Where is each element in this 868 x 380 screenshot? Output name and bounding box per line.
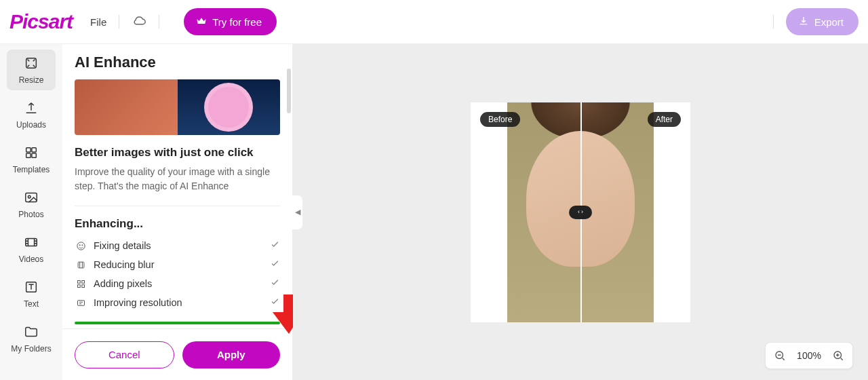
cancel-button[interactable]: Cancel xyxy=(75,341,174,368)
svg-rect-7 xyxy=(26,238,37,246)
nav-label: Resize xyxy=(19,75,44,85)
svg-rect-14 xyxy=(81,280,84,283)
panel-headline: Better images with just one click xyxy=(75,146,280,159)
list-item: Improving resolution xyxy=(75,293,280,312)
zoom-value[interactable]: 100% xyxy=(795,350,823,361)
svg-rect-15 xyxy=(77,284,80,287)
panel-footer: Cancel Apply xyxy=(62,328,292,380)
nav-item-my-folders[interactable]: My Folders xyxy=(7,318,56,359)
export-button[interactable]: Export xyxy=(786,8,859,35)
compare-stage: Before After ‹ › xyxy=(471,102,690,322)
compare-slider-handle[interactable]: ‹ › xyxy=(569,206,592,219)
nav-label: My Folders xyxy=(11,344,51,354)
svg-rect-1 xyxy=(26,147,31,151)
nav-item-resize[interactable]: Resize xyxy=(7,50,56,90)
svg-point-6 xyxy=(28,195,31,198)
nav-item-uploads[interactable]: Uploads xyxy=(7,94,56,135)
chevron-left-icon: ◀ xyxy=(295,208,300,216)
divider xyxy=(773,15,774,28)
folders-icon xyxy=(24,324,39,341)
check-icon xyxy=(270,259,280,271)
divider xyxy=(75,206,280,206)
nav-label: Videos xyxy=(19,254,43,264)
panel-description: Improve the quality of your image with a… xyxy=(75,165,280,193)
after-badge: After xyxy=(648,112,681,127)
resize-icon xyxy=(24,56,39,73)
nav-label: Uploads xyxy=(16,120,46,130)
nav-label: Photos xyxy=(18,210,43,219)
topbar: Picsart File Try for free Export xyxy=(0,0,868,44)
ai-enhance-panel: AI Enhance Better images with just one c… xyxy=(62,44,293,380)
progress-bar xyxy=(75,322,280,324)
before-badge: Before xyxy=(480,112,520,127)
logo[interactable]: Picsart xyxy=(9,10,73,33)
list-item: Reducing blur xyxy=(75,255,280,274)
check-icon xyxy=(270,240,280,252)
zoom-toolbar: 100% xyxy=(765,342,853,369)
nav-item-photos[interactable]: Photos xyxy=(7,184,56,225)
list-item-label: Reducing blur xyxy=(94,259,154,270)
svg-rect-3 xyxy=(26,153,31,157)
panel-title: AI Enhance xyxy=(75,54,280,71)
enhancing-heading: Enhancing... xyxy=(75,217,280,231)
list-item: Fixing details xyxy=(75,236,280,255)
nav-item-templates[interactable]: Templates xyxy=(7,139,56,180)
chevron-left-icon: ‹ xyxy=(578,209,580,215)
templates-icon xyxy=(24,145,39,162)
list-item: Adding pixels xyxy=(75,274,280,293)
file-menu[interactable]: File xyxy=(90,16,106,28)
blur-icon xyxy=(75,260,87,270)
svg-point-9 xyxy=(77,242,84,249)
list-item-label: Improving resolution xyxy=(94,297,182,308)
divider xyxy=(159,15,159,28)
upload-icon xyxy=(24,100,39,117)
panel-scrollbar[interactable] xyxy=(287,69,291,113)
check-icon xyxy=(270,297,280,309)
panel-hero-image xyxy=(75,79,280,135)
collapse-panel-handle[interactable]: ◀ xyxy=(292,195,303,230)
crown-icon xyxy=(196,16,207,28)
photos-icon xyxy=(24,190,39,207)
zoom-in-button[interactable] xyxy=(832,349,844,362)
nav-item-text[interactable]: Text xyxy=(7,273,56,314)
left-nav: Resize Uploads Templates Photos Videos T… xyxy=(0,44,62,380)
apply-button[interactable]: Apply xyxy=(182,341,281,368)
face-icon xyxy=(75,241,87,251)
list-item-label: Fixing details xyxy=(94,240,151,251)
resolution-icon xyxy=(75,298,87,308)
svg-rect-13 xyxy=(77,280,80,283)
download-icon xyxy=(798,16,809,28)
chevron-right-icon: › xyxy=(581,209,583,215)
svg-rect-12 xyxy=(78,262,84,268)
nav-label: Text xyxy=(24,299,39,309)
svg-rect-17 xyxy=(77,300,84,305)
zoom-out-button[interactable] xyxy=(774,349,786,362)
svg-rect-4 xyxy=(32,153,36,157)
main: Resize Uploads Templates Photos Videos T… xyxy=(0,44,868,380)
svg-point-10 xyxy=(79,244,80,245)
videos-icon xyxy=(24,235,39,252)
check-icon xyxy=(270,278,280,290)
enhance-steps-list: Fixing details Reducing blur Adding pixe… xyxy=(75,236,280,312)
canvas-area[interactable]: ◀ Before After ‹ › 100% xyxy=(293,44,868,380)
divider xyxy=(119,15,119,28)
cloud-sync-icon[interactable] xyxy=(132,14,146,29)
text-icon xyxy=(24,280,39,297)
list-item-label: Adding pixels xyxy=(94,278,152,289)
nav-label: Templates xyxy=(13,165,50,174)
svg-rect-16 xyxy=(81,284,84,287)
svg-rect-2 xyxy=(32,147,36,151)
svg-point-11 xyxy=(81,244,82,245)
try-for-free-button[interactable]: Try for free xyxy=(184,8,277,35)
pixels-icon xyxy=(75,279,87,289)
nav-item-videos[interactable]: Videos xyxy=(7,229,56,269)
